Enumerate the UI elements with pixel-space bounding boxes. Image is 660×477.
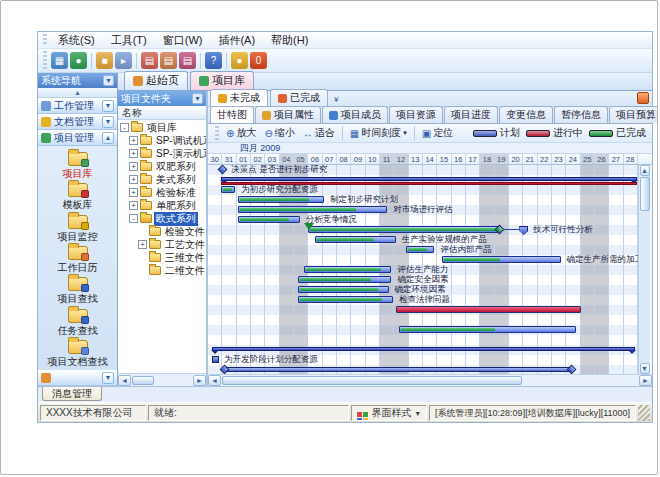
collapse-icon[interactable]: -	[129, 214, 138, 223]
sidebar-item-2[interactable]: 项目监控	[38, 214, 117, 245]
plan-range-bar[interactable]	[224, 367, 571, 372]
tree-column-header[interactable]: 名称	[118, 106, 206, 120]
overflow-chevron-icon[interactable]: ¥	[330, 95, 342, 106]
gantt-tab-6[interactable]: 暂停信息	[554, 106, 608, 123]
report-pink-icon[interactable]: ▤	[179, 52, 196, 69]
scroll-left-icon[interactable]: ◄	[118, 375, 131, 386]
resize-grip[interactable]	[638, 405, 650, 421]
pin-icon[interactable]: ▾	[103, 75, 114, 86]
task-bar[interactable]	[399, 326, 577, 333]
scroll-up-icon[interactable]: ▲	[640, 165, 650, 176]
sidebar-item-6[interactable]: 项目文档查找	[38, 339, 117, 370]
sidebar-item-3[interactable]: 工作日历	[38, 245, 117, 276]
tree-item-6[interactable]: +单肥系列	[118, 199, 206, 212]
sidebar-group-1[interactable]: 文档管理▼	[38, 114, 117, 130]
task-bar[interactable]	[238, 216, 300, 223]
sidebar-item-0[interactable]: 项目库	[38, 151, 117, 182]
task-bar[interactable]	[315, 236, 395, 243]
menu-item-2[interactable]: 窗口(W)	[155, 33, 211, 47]
gantt-toolbar-button-2[interactable]: ↔适合	[299, 125, 339, 141]
tree-item-10[interactable]: 三维文件	[118, 251, 206, 264]
in-progress-bar[interactable]	[396, 306, 581, 313]
sidebar-item-5[interactable]: 任务查找	[38, 307, 117, 338]
filter-tab-0[interactable]: 未完成	[210, 89, 268, 106]
gantt-toolbar-button-1[interactable]: ⊖缩小	[260, 125, 298, 141]
chevron-down-icon[interactable]: ▼	[102, 116, 114, 128]
tree-item-2[interactable]: +SP-演示机系	[118, 147, 206, 160]
task-bar[interactable]	[298, 286, 388, 293]
gantt-toolbar-button-3[interactable]: ▦时间刻度▾	[346, 125, 411, 141]
lock-icon[interactable]: ●	[231, 52, 248, 69]
menu-item-3[interactable]: 插件(A)	[210, 33, 263, 47]
milestone-marker[interactable]	[212, 356, 219, 363]
scroll-thumb[interactable]	[222, 376, 522, 385]
folder-window-icon[interactable]: ▸	[115, 52, 132, 69]
power-icon[interactable]: 0	[250, 52, 267, 69]
tree-item-1[interactable]: +SP-调试机系	[118, 134, 206, 147]
sidebar-item-4[interactable]: 项目查找	[38, 276, 117, 307]
task-bar[interactable]	[442, 256, 561, 263]
expand-icon[interactable]: +	[138, 240, 147, 249]
message-manager-tab[interactable]: 消息管理	[42, 387, 102, 401]
sidebar-item-1[interactable]: 模板库	[38, 182, 117, 213]
expand-icon[interactable]: +	[129, 175, 138, 184]
expand-icon[interactable]: +	[129, 136, 138, 145]
scroll-thumb[interactable]	[640, 177, 650, 211]
gantt-toolbar-button-0[interactable]: ⊕放大	[222, 125, 260, 141]
task-bar[interactable]	[406, 246, 435, 253]
task-bar[interactable]	[238, 206, 387, 213]
folder-open-icon[interactable]: ■	[96, 52, 113, 69]
tree-item-8[interactable]: 检验文件	[118, 225, 206, 238]
gantt-horizontal-scrollbar[interactable]: ◄ ►	[208, 374, 652, 386]
chevron-down-icon[interactable]: ▼	[102, 372, 114, 384]
panel-button-icon[interactable]	[637, 92, 649, 104]
expand-icon[interactable]: +	[129, 188, 138, 197]
expand-icon[interactable]: +	[129, 149, 138, 158]
gantt-tab-7[interactable]: 项目预算	[609, 106, 658, 123]
scroll-right-icon[interactable]: ►	[193, 375, 206, 386]
scroll-right-icon[interactable]: ►	[639, 375, 652, 386]
filter-tab-1[interactable]: 已完成	[270, 89, 328, 106]
task-bar[interactable]	[298, 296, 393, 303]
pin-icon[interactable]: ▾	[192, 93, 203, 104]
report-red-icon[interactable]: ▤	[141, 52, 158, 69]
tree-item-7[interactable]: -欧式系列	[118, 212, 206, 225]
task-bar[interactable]	[238, 196, 324, 203]
sidebar-group-0[interactable]: 工作管理▼	[38, 98, 117, 114]
task-bar[interactable]	[308, 226, 499, 233]
menu-item-4[interactable]: 帮助(H)	[263, 33, 316, 47]
gantt-tab-2[interactable]: 项目成员	[322, 106, 388, 123]
scroll-left-icon[interactable]: ◄	[208, 375, 221, 386]
task-bar[interactable]	[304, 266, 391, 273]
gantt-toolbar-button-4[interactable]: ▣定位	[418, 125, 457, 141]
tree-item-3[interactable]: +双肥系列	[118, 160, 206, 173]
tree-item-4[interactable]: +美式系列	[118, 173, 206, 186]
scroll-thumb[interactable]	[132, 376, 154, 385]
gantt-vertical-scrollbar[interactable]: ▲ ▼	[638, 165, 650, 374]
collapse-icon[interactable]: -	[120, 123, 129, 132]
expand-icon[interactable]: +	[129, 162, 138, 171]
menu-item-0[interactable]: 系统(S)	[50, 33, 103, 47]
chevron-down-icon[interactable]: ▼	[102, 100, 114, 112]
tree-horizontal-scrollbar[interactable]: ◄ ►	[118, 373, 206, 386]
chevron-up-icon[interactable]: ▲	[102, 132, 114, 144]
tree-item-11[interactable]: 二维文件	[118, 264, 206, 277]
task-bar[interactable]	[221, 186, 235, 193]
document-tab-1[interactable]: 项目库	[190, 71, 254, 90]
gantt-tab-4[interactable]: 项目进度	[444, 106, 498, 123]
task-bar[interactable]	[298, 276, 391, 283]
tree-item-0[interactable]: -项目库	[118, 121, 206, 134]
screen-icon[interactable]: ▦	[51, 52, 68, 69]
gantt-tab-3[interactable]: 项目资源	[389, 106, 443, 123]
sidebar-collapse-button[interactable]: ▲	[38, 88, 117, 98]
ui-style-button[interactable]: 界面样式 ▼	[351, 405, 427, 421]
milestone-marker[interactable]	[218, 165, 228, 174]
help-icon[interactable]: ?	[205, 52, 222, 69]
report-orange-icon[interactable]: ▤	[160, 52, 177, 69]
menu-item-1[interactable]: 工具(T)	[103, 33, 155, 47]
tree-item-5[interactable]: +检验标准	[118, 186, 206, 199]
tree-item-9[interactable]: +工艺文件	[118, 238, 206, 251]
summary-bar[interactable]	[221, 177, 637, 181]
sidebar-group-collapsed[interactable]: ▼	[38, 370, 117, 386]
expand-icon[interactable]: +	[129, 201, 138, 210]
